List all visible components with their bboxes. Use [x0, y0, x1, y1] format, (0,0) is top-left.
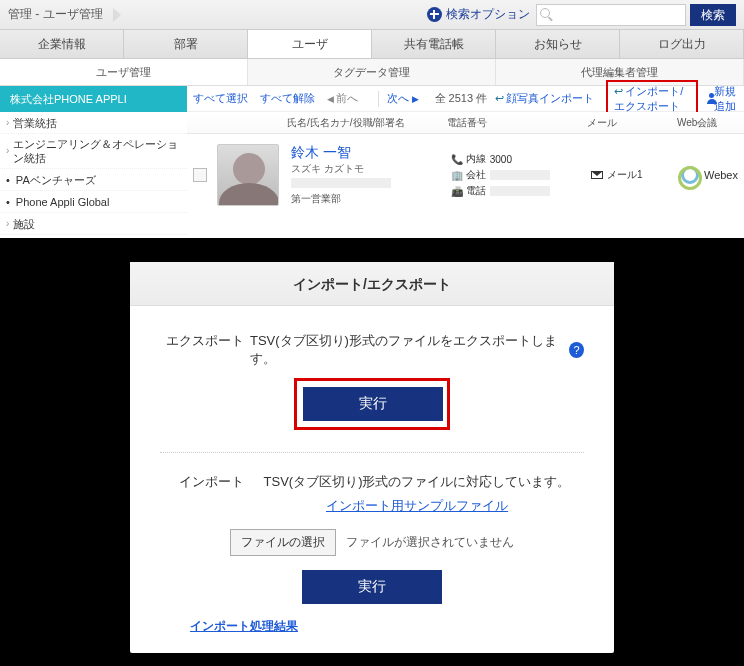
tab-dept[interactable]: 部署: [124, 30, 248, 58]
envelope-icon: [591, 171, 603, 179]
webex-cell[interactable]: Webex: [681, 166, 738, 184]
sidebar-item-pa-ventures[interactable]: •PAベンチャーズ: [0, 169, 187, 191]
search-icon: [540, 8, 554, 22]
file-status: ファイルが選択されていません: [346, 535, 514, 549]
select-all-link[interactable]: すべて選択: [193, 91, 248, 106]
separator: [160, 452, 584, 453]
sample-file-link[interactable]: インポート用サンプルファイル: [326, 498, 508, 513]
export-description: TSV(タブ区切り)形式のファイルをエクスポートします。: [250, 332, 563, 368]
chevron-right-icon: ›: [6, 112, 9, 134]
chevron-right-icon: ›: [6, 144, 9, 158]
prev-page-link[interactable]: 前へ: [327, 91, 359, 106]
tab-company[interactable]: 企業情報: [0, 30, 124, 58]
person-plus-icon: [706, 93, 713, 105]
user-kana: スズキ カズトモ: [291, 162, 451, 176]
add-new-link[interactable]: 新規追加: [706, 84, 738, 114]
building-icon: 🏢: [451, 170, 463, 181]
subtab-user-mgmt[interactable]: ユーザ管理: [0, 59, 248, 85]
help-icon[interactable]: ?: [569, 342, 584, 358]
dialog-title: インポート/エクスポート: [130, 262, 614, 306]
next-page-link[interactable]: 次へ: [387, 91, 419, 106]
plus-icon: [427, 7, 442, 22]
reply-icon: ↩: [495, 92, 504, 104]
chevron-right-icon: ›: [6, 213, 9, 235]
import-label: インポート: [160, 473, 250, 491]
deselect-all-link[interactable]: すべて解除: [260, 91, 315, 106]
search-input[interactable]: [536, 4, 686, 26]
export-label: エクスポート: [160, 332, 250, 350]
sidebar-item-engineering[interactable]: ›エンジニアリング＆オペレーション統括: [0, 134, 187, 169]
sidebar-company-header[interactable]: 株式会社PHONE APPLI: [0, 86, 187, 112]
export-execute-button[interactable]: 実行: [303, 387, 443, 421]
file-select-button[interactable]: ファイルの選択: [230, 529, 336, 556]
photo-import-link[interactable]: ↩顔写真インポート: [495, 91, 594, 106]
search-button[interactable]: 検索: [690, 4, 736, 26]
row-checkbox[interactable]: [193, 168, 207, 182]
user-row: 鈴木 一智 スズキ カズトモ 第一営業部 📞 内線3000 🏢 会社 📠 電話 …: [187, 134, 744, 216]
import-result-link[interactable]: インポート処理結果: [190, 619, 298, 633]
phone-icon: 📞: [451, 154, 463, 165]
bullet-icon: •: [6, 191, 10, 213]
tab-shared-phonebook[interactable]: 共有電話帳: [372, 30, 496, 58]
sidebar-item-sales[interactable]: ›営業統括: [0, 112, 187, 134]
import-export-dialog: インポート/エクスポート エクスポート TSV(タブ区切り)形式のファイルをエク…: [130, 262, 614, 653]
import-execute-button[interactable]: 実行: [302, 570, 442, 604]
user-name-link[interactable]: 鈴木 一智: [291, 144, 451, 162]
webex-icon: [681, 166, 699, 184]
sidebar-item-phone-appli-global[interactable]: •Phone Appli Global: [0, 191, 187, 213]
divider: [378, 91, 379, 107]
redacted: [291, 178, 391, 188]
user-dept: 第一営業部: [291, 192, 451, 206]
tab-notices[interactable]: お知らせ: [496, 30, 620, 58]
redacted: [490, 186, 550, 196]
mail-cell[interactable]: メール1: [591, 168, 681, 182]
subtab-tag-data[interactable]: タグデータ管理: [248, 59, 496, 85]
search-options-link[interactable]: 検索オプション: [427, 6, 530, 23]
redacted: [490, 170, 550, 180]
column-headers: 氏名/氏名カナ/役職/部署名 電話番号 メール Web会議: [187, 112, 744, 134]
reply-icon: ↩: [614, 85, 623, 97]
tab-user[interactable]: ユーザ: [248, 30, 372, 58]
avatar[interactable]: [217, 144, 279, 206]
breadcrumb: 管理 - ユーザ管理: [8, 6, 113, 23]
tab-logs[interactable]: ログ出力: [620, 30, 744, 58]
import-description: TSV(タブ区切り)形式のファイルに対応しています。: [250, 473, 584, 491]
search-options-label: 検索オプション: [446, 6, 530, 23]
total-count: 全 2513 件: [435, 91, 488, 106]
bullet-icon: •: [6, 169, 10, 191]
export-execute-highlight: 実行: [294, 378, 450, 430]
fax-icon: 📠: [451, 186, 463, 197]
sidebar-item-facility[interactable]: ›施設: [0, 213, 187, 235]
